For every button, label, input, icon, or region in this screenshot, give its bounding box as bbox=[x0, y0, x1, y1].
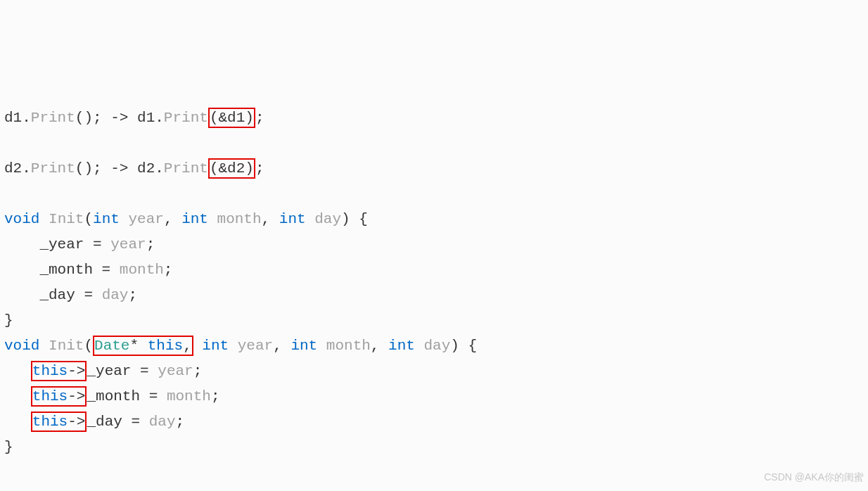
space bbox=[229, 338, 238, 354]
code-text: ; bbox=[146, 236, 155, 253]
code-text: (&d1) bbox=[210, 110, 254, 126]
code-text: ) { bbox=[341, 211, 368, 227]
space bbox=[208, 211, 217, 227]
code-text: -> bbox=[68, 363, 85, 379]
indent bbox=[4, 363, 31, 379]
code-line: this->_month = month; bbox=[4, 388, 220, 404]
kw-void: void bbox=[4, 338, 39, 354]
kw-int: int bbox=[93, 211, 120, 227]
code-line: void Init(int year, int month, int day) … bbox=[4, 211, 368, 227]
highlight-box: this-> bbox=[31, 386, 87, 407]
kw-this: this bbox=[148, 338, 183, 354]
fn-name: Init bbox=[49, 338, 84, 354]
code-text: ; bbox=[255, 160, 264, 177]
code-text: , bbox=[183, 338, 192, 354]
code-text: , bbox=[273, 338, 291, 354]
param: day bbox=[423, 338, 450, 354]
space bbox=[415, 338, 424, 354]
kw-int: int bbox=[388, 338, 415, 354]
kw-int: int bbox=[202, 338, 229, 354]
code-text: -> bbox=[68, 414, 85, 430]
highlight-box: Date* this, bbox=[93, 336, 193, 356]
kw-this: this bbox=[32, 414, 68, 430]
code-line: _month = month; bbox=[4, 262, 172, 278]
indent bbox=[4, 414, 31, 430]
code-text: } bbox=[4, 439, 13, 455]
code-text: (); -> d2. bbox=[75, 160, 164, 177]
type-name: Date bbox=[94, 338, 129, 354]
space bbox=[120, 211, 129, 227]
code-text: ( bbox=[84, 211, 93, 227]
code-line: void Init(Date* this, int year, int mont… bbox=[4, 338, 477, 354]
space bbox=[317, 338, 326, 354]
code-text: , bbox=[164, 211, 181, 227]
code-ident: day bbox=[102, 287, 129, 303]
code-ident: month bbox=[120, 262, 164, 278]
watermark: CSDN @AKA你的闺蜜 bbox=[764, 464, 864, 490]
code-line: } bbox=[4, 439, 13, 455]
kw-int: int bbox=[291, 338, 317, 354]
param: month bbox=[326, 338, 371, 354]
code-text: ; bbox=[211, 388, 220, 404]
code-text: _day = bbox=[4, 287, 102, 303]
highlight-box: this-> bbox=[31, 361, 87, 381]
code-text: } bbox=[4, 312, 13, 329]
highlight-box: (&d1) bbox=[208, 108, 255, 128]
code-text: * bbox=[129, 338, 147, 354]
code-text: _month = bbox=[4, 262, 120, 278]
code-text: (&d2) bbox=[210, 160, 254, 177]
code-line: d1.Print(); -> d1.Print(&d1); bbox=[4, 110, 264, 126]
code-ident: Print bbox=[164, 110, 208, 126]
fn-name: Init bbox=[49, 211, 84, 227]
param: day bbox=[314, 211, 341, 227]
code-line: this->_day = day; bbox=[4, 414, 184, 430]
kw-void: void bbox=[4, 211, 39, 227]
code-text: ; bbox=[128, 287, 137, 303]
code-line: _day = day; bbox=[4, 287, 137, 303]
code-line: this->_year = year; bbox=[4, 363, 202, 379]
space bbox=[39, 211, 49, 227]
code-text: d2. bbox=[4, 160, 31, 177]
indent bbox=[4, 388, 31, 404]
param: month bbox=[217, 211, 262, 227]
code-ident: day bbox=[149, 414, 176, 430]
code-ident: Print bbox=[164, 160, 208, 177]
kw-this: this bbox=[32, 388, 68, 404]
param: year bbox=[128, 211, 163, 227]
kw-int: int bbox=[181, 211, 208, 227]
code-line: } bbox=[4, 312, 13, 329]
code-block: d1.Print(); -> d1.Print(&d1); d2.Print()… bbox=[4, 106, 864, 491]
code-text: ( bbox=[84, 338, 93, 354]
code-text: ; bbox=[164, 262, 173, 278]
code-line: _year = year; bbox=[4, 236, 155, 253]
space bbox=[193, 338, 203, 354]
space bbox=[306, 211, 315, 227]
code-text: -> bbox=[68, 388, 85, 404]
code-ident: Print bbox=[31, 110, 75, 126]
code-ident: year bbox=[158, 363, 193, 379]
code-text: (); -> d1. bbox=[75, 110, 164, 126]
code-ident: year bbox=[110, 236, 146, 253]
code-text: , bbox=[371, 338, 388, 354]
highlight-box: this-> bbox=[31, 412, 87, 432]
code-ident: Print bbox=[31, 160, 75, 177]
highlight-box: (&d2) bbox=[208, 158, 255, 179]
code-text: ; bbox=[255, 110, 264, 126]
code-text: ; bbox=[175, 414, 184, 430]
code-text: ) { bbox=[450, 338, 477, 354]
code-line: d2.Print(); -> d2.Print(&d2); bbox=[4, 160, 264, 177]
space bbox=[39, 338, 49, 354]
code-ident: month bbox=[167, 388, 211, 404]
kw-this: this bbox=[32, 363, 68, 379]
code-text: , bbox=[262, 211, 279, 227]
code-text: ; bbox=[193, 363, 203, 379]
code-text: _month = bbox=[87, 388, 166, 404]
kw-int: int bbox=[279, 211, 306, 227]
param: year bbox=[238, 338, 273, 354]
code-text: _day = bbox=[87, 414, 148, 430]
code-text: _year = bbox=[87, 363, 158, 379]
code-text: d1. bbox=[4, 110, 31, 126]
code-text: _year = bbox=[4, 236, 110, 253]
